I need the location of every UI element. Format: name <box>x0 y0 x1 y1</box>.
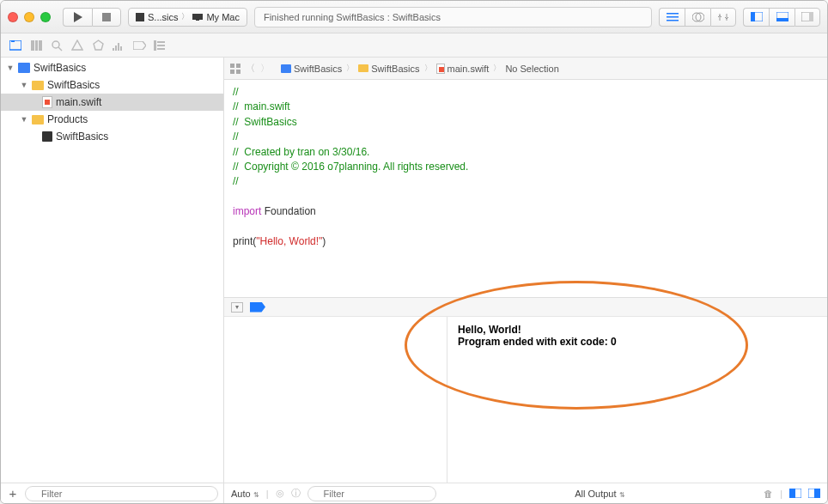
report-navigator-tab[interactable] <box>150 37 169 54</box>
back-button[interactable]: 〈 <box>244 63 256 75</box>
svg-rect-18 <box>31 40 34 51</box>
code-identifier: Foundation <box>261 205 315 217</box>
panel-toggle-group <box>743 8 820 27</box>
show-variables-button[interactable] <box>789 489 801 498</box>
xcode-project-icon <box>281 64 291 73</box>
tree-group[interactable]: ▼ SwiftBasics <box>1 76 223 94</box>
breakpoint-toggle-button[interactable] <box>250 302 265 313</box>
svg-rect-37 <box>236 70 240 74</box>
hide-debug-button[interactable]: ▾ <box>231 302 243 313</box>
tree-label: main.swift <box>56 96 101 108</box>
code-comment: // <box>233 131 239 143</box>
console-line: Program ended with exit code: 0 <box>458 336 617 348</box>
code-identifier: print <box>233 235 253 247</box>
svg-point-21 <box>52 41 59 48</box>
test-navigator-tab[interactable] <box>88 37 107 54</box>
toggle-inspector-button[interactable] <box>795 8 820 27</box>
console-output[interactable]: Hello, World! Program ended with exit co… <box>447 317 827 483</box>
code-comment: // main.swift <box>233 100 290 112</box>
debug-toolbar: ▾ <box>224 298 827 317</box>
assistant-editor-button[interactable] <box>685 8 710 27</box>
scheme-device-label: My Mac <box>206 12 240 22</box>
folder-icon <box>32 81 44 90</box>
issue-navigator-tab[interactable] <box>68 37 87 54</box>
show-console-button[interactable] <box>808 489 820 498</box>
xcode-window: S...sics 〉 My Mac Finished running Swift… <box>0 0 828 504</box>
svg-rect-39 <box>789 489 795 498</box>
venn-icon <box>692 12 704 22</box>
standard-editor-button[interactable] <box>659 8 685 27</box>
executable-icon <box>42 131 52 142</box>
play-icon <box>74 12 82 22</box>
lines-icon <box>667 13 679 21</box>
version-editor-button[interactable] <box>710 8 736 27</box>
related-items-icon[interactable] <box>229 63 241 75</box>
svg-rect-27 <box>118 43 119 51</box>
tree-label: SwiftBasics <box>33 62 86 74</box>
tree-label: SwiftBasics <box>47 79 100 91</box>
breakpoint-navigator-tab[interactable] <box>130 37 149 54</box>
code-comment: // <box>233 86 239 98</box>
debug-navigator-tab[interactable] <box>109 37 128 54</box>
navigator-filter-input[interactable] <box>25 486 218 501</box>
disclosure-triangle-icon[interactable]: ▼ <box>6 64 15 72</box>
add-button[interactable]: + <box>6 486 20 501</box>
stop-button[interactable] <box>92 8 121 27</box>
info-icon[interactable]: ⓘ <box>291 487 301 500</box>
file-tree[interactable]: ▼ SwiftBasics ▼ SwiftBasics main.swift ▼… <box>1 58 223 483</box>
eye-icon[interactable]: ◎ <box>276 488 284 499</box>
zoom-window-button[interactable] <box>40 12 51 22</box>
variables-filter-input[interactable] <box>307 486 436 501</box>
project-navigator: ▼ SwiftBasics ▼ SwiftBasics main.swift ▼… <box>1 58 224 503</box>
jumpbar-selection[interactable]: No Selection <box>505 64 558 74</box>
forward-button[interactable]: 〉 <box>259 63 271 75</box>
find-navigator-tab[interactable] <box>47 37 66 54</box>
jumpbar-group[interactable]: SwiftBasics <box>371 64 419 74</box>
target-icon <box>136 13 144 21</box>
disclosure-triangle-icon[interactable]: ▼ <box>20 115 28 124</box>
scheme-target-label: S...sics <box>148 12 178 22</box>
jump-bar[interactable]: 〈 〉 SwiftBasics 〉 SwiftBasics 〉 main.swi… <box>224 58 827 80</box>
run-button[interactable] <box>63 8 92 27</box>
arrows-icon <box>717 12 729 22</box>
minimize-window-button[interactable] <box>24 12 34 22</box>
swift-file-icon <box>42 96 52 108</box>
close-window-button[interactable] <box>8 12 18 22</box>
navigator-filter-bar: + <box>1 483 223 503</box>
svg-rect-15 <box>809 12 813 21</box>
source-editor[interactable]: // // main.swift // SwiftBasics // // Cr… <box>224 80 827 297</box>
toggle-debug-button[interactable] <box>769 8 795 27</box>
tree-file-main[interactable]: main.swift <box>1 94 223 111</box>
auto-scope-selector[interactable]: Auto ⇅ <box>231 489 259 499</box>
chevron-right-icon: 〉 <box>344 63 356 74</box>
debug-split: Hello, World! Program ended with exit co… <box>224 317 827 483</box>
tree-project-root[interactable]: ▼ SwiftBasics <box>1 59 223 76</box>
trash-icon[interactable]: 🗑 <box>764 489 773 499</box>
svg-rect-41 <box>814 489 820 498</box>
folder-icon <box>32 115 44 124</box>
chevron-right-icon: 〉 <box>181 11 189 22</box>
disclosure-triangle-icon[interactable]: ▼ <box>20 81 28 89</box>
tree-group-products[interactable]: ▼ Products <box>1 111 223 128</box>
svg-rect-32 <box>157 45 165 46</box>
symbol-navigator-tab[interactable] <box>27 37 46 54</box>
output-scope-selector[interactable]: All Output ⇅ <box>575 489 624 499</box>
jumpbar-file[interactable]: main.swift <box>447 64 490 74</box>
project-navigator-tab[interactable] <box>6 37 25 54</box>
navigator-selector <box>1 33 827 58</box>
right-panel-icon <box>801 12 813 21</box>
tree-product[interactable]: SwiftBasics <box>1 128 223 145</box>
svg-rect-25 <box>113 48 114 51</box>
svg-rect-4 <box>196 20 199 21</box>
chevron-right-icon: 〉 <box>423 63 434 74</box>
svg-marker-24 <box>94 40 103 50</box>
svg-rect-7 <box>667 20 679 21</box>
run-stop-group <box>63 8 121 27</box>
window-controls <box>8 12 51 22</box>
jumpbar-project[interactable]: SwiftBasics <box>294 64 342 74</box>
variables-view[interactable] <box>224 317 447 483</box>
svg-marker-23 <box>72 40 82 50</box>
scheme-selector[interactable]: S...sics 〉 My Mac <box>128 8 247 27</box>
svg-rect-20 <box>39 40 42 51</box>
toggle-navigator-button[interactable] <box>743 8 769 27</box>
